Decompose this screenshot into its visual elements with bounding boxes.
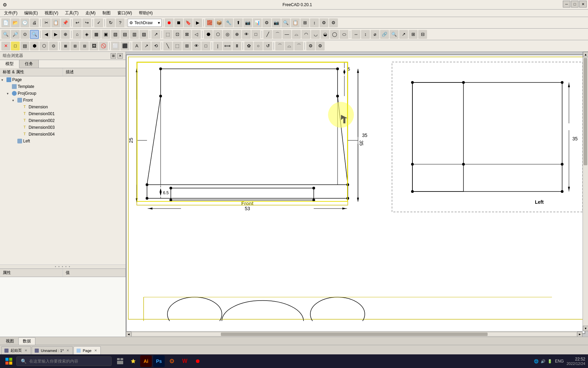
t3-arr1[interactable]: ↗	[142, 42, 151, 50]
t3-gear1[interactable]: ⚙	[306, 42, 315, 50]
sidebar-pin-button[interactable]: ⊞	[111, 53, 116, 59]
tab-page[interactable]: Page ✕	[74, 346, 101, 354]
taskbar-record[interactable]: ⏺	[192, 355, 203, 367]
t2-sketch-c5[interactable]: ◒	[321, 30, 329, 39]
menu-view[interactable]: 视图(V)	[42, 10, 61, 17]
menu-file[interactable]: 文件(F)	[1, 10, 20, 17]
h-scroll-thumb[interactable]	[221, 333, 488, 336]
t2-view-back[interactable]: ▥	[130, 30, 139, 39]
tab-unnamed[interactable]: Unnamed : 1* ✕	[32, 346, 73, 354]
taskbar-freecad[interactable]: ⚙	[166, 355, 178, 367]
unnamed-tab-close[interactable]: ✕	[66, 349, 70, 352]
t2-sketch-arc[interactable]: ⌒	[273, 30, 282, 39]
parts-btn5[interactable]: 📷	[243, 18, 252, 27]
play-button[interactable]: ▶	[193, 18, 202, 27]
t2-dim8[interactable]: ⊟	[418, 30, 427, 39]
t2-view-left[interactable]: ▤	[120, 30, 129, 39]
t3-arr3[interactable]: ↺	[263, 42, 272, 50]
t2-box-select[interactable]: ⬚	[163, 30, 172, 39]
redo-button[interactable]: ↪	[82, 18, 91, 27]
t2-view-axo[interactable]: ◈	[82, 30, 91, 39]
t3-curveb[interactable]: ⌒	[294, 42, 303, 50]
t3-sym2[interactable]: ⬚	[173, 42, 182, 50]
t3-arr2[interactable]: ⟲	[151, 42, 160, 50]
t2-btn2[interactable]: 🔎	[11, 30, 20, 39]
tree-item-dim3[interactable]: T Dimension003	[0, 124, 126, 131]
t2-dim2[interactable]: ↕	[361, 30, 370, 39]
t3-img[interactable]: 🖼	[89, 42, 98, 50]
t3-hatching2[interactable]: ▧	[70, 42, 79, 50]
t2-btn-f[interactable]: ⊕	[232, 30, 241, 39]
scroll-left-button[interactable]: ◄	[126, 332, 131, 337]
parts-btn13[interactable]: ⚙	[320, 18, 328, 27]
t2-view-top[interactable]: ▣	[101, 30, 110, 39]
parts-btn4[interactable]: ⬆	[234, 18, 243, 27]
cut-button[interactable]: ✂	[42, 18, 51, 27]
t3-line2[interactable]: ⟺	[223, 42, 232, 50]
t3-sym3[interactable]: ⊞	[182, 42, 191, 50]
t3-circle1[interactable]: ○	[254, 42, 263, 50]
t2-sketch-c2[interactable]: ⌓	[292, 30, 301, 39]
tree-item-left[interactable]: Left	[0, 138, 126, 144]
parts-btn2[interactable]: 📦	[215, 18, 224, 27]
scroll-up-button[interactable]: ▲	[583, 52, 588, 57]
scroll-down-button[interactable]: ▼	[583, 326, 588, 331]
h-scrollbar[interactable]: ◄ ►	[126, 331, 583, 337]
drawing-paper[interactable]: 25 5 35 35	[127, 55, 585, 333]
t3-eye[interactable]: 👁	[192, 42, 201, 50]
t2-sketch-line[interactable]: ╱	[263, 30, 272, 39]
t2-dim5[interactable]: 🔍	[390, 30, 398, 39]
t2-btn3[interactable]: ⊙	[20, 30, 29, 39]
t2-btn7[interactable]: ⊕	[61, 30, 70, 39]
view-tab-view[interactable]: 视图	[1, 337, 18, 345]
close-button[interactable]: ✕	[579, 1, 587, 7]
taskbar-wps[interactable]: W	[179, 355, 191, 367]
parts-btn7[interactable]: ⚙	[262, 18, 271, 27]
t2-sketch-c4[interactable]: ◡	[311, 30, 320, 39]
menu-tools[interactable]: 工具(T)	[62, 10, 81, 17]
page-tab-close[interactable]: ✕	[94, 349, 98, 352]
t3-line1[interactable]: |	[213, 42, 222, 50]
help-button[interactable]: ?	[116, 18, 125, 27]
workbench-dropdown[interactable]: ⚙ TechDraw ▾	[128, 19, 162, 27]
t3-font[interactable]: A	[132, 42, 141, 50]
t3-hatching3[interactable]: ▨	[80, 42, 89, 50]
t2-btn-h[interactable]: □	[251, 30, 260, 39]
tab-model[interactable]: 模型	[0, 60, 19, 68]
t2-btn4[interactable]: 🔍	[30, 30, 39, 39]
v-scrollbar[interactable]: ▲ ▼	[583, 52, 588, 331]
canvas-area[interactable]: 25 5 35 35	[126, 52, 588, 337]
t3-btn-yellow[interactable]: □	[11, 42, 20, 50]
menu-go[interactable]: 走(M)	[83, 10, 98, 17]
tree-item-template[interactable]: Template	[0, 83, 126, 90]
t2-selection[interactable]: ↗	[151, 30, 160, 39]
tree-item-dim0[interactable]: T Dimension	[0, 104, 126, 110]
tree-item-projgroup[interactable]: ▾ ProjGroup	[0, 90, 126, 97]
scroll-right-button[interactable]: ►	[577, 332, 583, 337]
t3-special1[interactable]: ✿	[244, 42, 253, 50]
t2-btn-d[interactable]: ⬡	[213, 30, 222, 39]
taskbar-favorites[interactable]: ⭐	[127, 355, 139, 367]
parts-btn11[interactable]: ⊞	[300, 18, 309, 27]
t3-no[interactable]: 🚫	[99, 42, 108, 50]
t3-btn-a[interactable]: ▤	[20, 42, 29, 50]
start-tab-close[interactable]: ✕	[24, 349, 28, 352]
parts-btn3[interactable]: 🔧	[224, 18, 233, 27]
parts-btn6[interactable]: 📊	[253, 18, 262, 27]
parts-btn10[interactable]: 📋	[291, 18, 300, 27]
tab-task[interactable]: 任务	[19, 60, 39, 68]
parts-btn14[interactable]: ⚙	[329, 18, 338, 27]
paste-button[interactable]: 📌	[61, 18, 70, 27]
t2-sketch-c7[interactable]: ⬭	[340, 30, 348, 39]
save-mark-button[interactable]: 🔖	[184, 18, 193, 27]
t3-view-a[interactable]: ⬜	[111, 42, 120, 50]
maximize-button[interactable]: □	[571, 1, 578, 7]
v-scroll-thumb[interactable]	[584, 58, 587, 165]
t3-btn-b[interactable]: ⬢	[30, 42, 39, 50]
parts-btn8[interactable]: 📷	[272, 18, 281, 27]
check-button[interactable]: ✓	[94, 18, 103, 27]
t3-sym1[interactable]: ╲	[163, 42, 172, 50]
stop-button[interactable]: ⏹	[174, 18, 183, 27]
t2-btn5[interactable]: ◀	[42, 30, 51, 39]
tree-item-dim2[interactable]: T Dimension002	[0, 117, 126, 124]
